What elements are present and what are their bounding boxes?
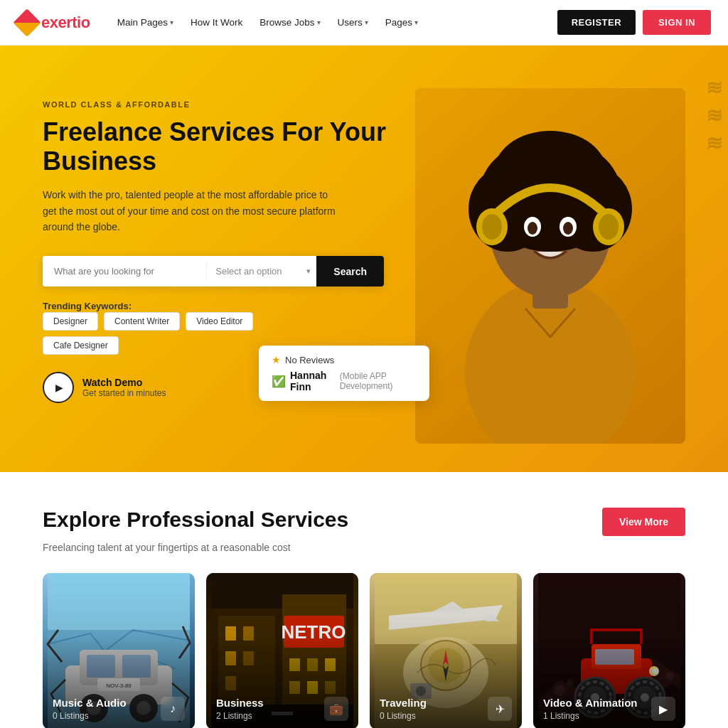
services-section: Explore Professional Services View More … (0, 472, 728, 728)
card-listings-business: 2 Listings (216, 711, 264, 721)
search-button[interactable]: Search (316, 256, 384, 287)
nav-how-it-work[interactable]: How It Work (183, 11, 250, 33)
card-title-music: Music & Audio (53, 697, 127, 709)
select-arrow-icon: ▾ (306, 267, 311, 276)
logo-text: exertio (41, 14, 90, 32)
watch-demo-text: Watch Demo Get started in minutes (82, 377, 166, 398)
card-listings-music: 0 Listings (53, 711, 127, 721)
services-subtitle: Freelancing talent at your fingertips at… (43, 542, 685, 553)
chevron-down-icon: ▾ (414, 18, 418, 26)
hero-person-container (415, 88, 685, 444)
svg-point-13 (482, 214, 502, 240)
card-icon-box-business: 💼 (324, 697, 348, 721)
card-info-video: Video & Animation 1 Listings (543, 697, 638, 721)
nav-browse-jobs[interactable]: Browse Jobs ▾ (252, 11, 327, 33)
select-wrapper: Select an option ▾ (207, 256, 316, 287)
reviewer-name: Hannah Finn (290, 370, 336, 392)
zigzag-decoration: ≋≋≋ (706, 74, 721, 158)
card-title-traveling: Traveling (380, 697, 427, 709)
logo[interactable]: exertio (17, 13, 90, 33)
hero-title: Freelance Services For Your Business (43, 117, 412, 176)
service-card-business[interactable]: NETRO Business 2 Listings (206, 573, 358, 728)
nav-users[interactable]: Users ▾ (331, 11, 375, 33)
search-input[interactable] (43, 256, 206, 287)
register-button[interactable]: REGISTER (557, 10, 636, 35)
card-icon-box-traveling: ✈ (488, 697, 512, 721)
card-listings-traveling: 0 Listings (380, 711, 427, 721)
keyword-content-writer[interactable]: Content Writer (104, 312, 180, 331)
play-button[interactable]: ▶ (43, 372, 74, 403)
briefcase-icon: 💼 (329, 702, 343, 716)
signin-button[interactable]: SIGN IN (643, 10, 711, 35)
star-icon: ★ (272, 354, 281, 365)
person-svg (415, 88, 685, 444)
nav-main-pages[interactable]: Main Pages ▾ (110, 11, 181, 33)
keyword-cafe-designer[interactable]: Cafe Designer (43, 336, 119, 355)
plane-icon: ✈ (496, 702, 505, 716)
card-icon-box-video: ▶ (651, 697, 675, 721)
chevron-down-icon: ▾ (365, 18, 368, 26)
hero-description: Work with the pro, talented people at th… (43, 187, 341, 235)
card-footer-music: Music & Audio 0 Listings ♪ (43, 688, 195, 728)
keyword-video-editor[interactable]: Video Editor (186, 312, 253, 331)
card-info-music: Music & Audio 0 Listings (53, 697, 127, 721)
reviewer-role: (Mobile APP Development) (340, 371, 417, 391)
trending-label: Trending Keywords: (43, 301, 132, 311)
music-icon: ♪ (170, 702, 176, 715)
logo-icon (13, 9, 41, 37)
chevron-down-icon: ▾ (317, 18, 321, 26)
service-card-video[interactable]: Video & Animation 1 Listings ▶ (533, 573, 685, 728)
card-footer-business: Business 2 Listings 💼 (206, 688, 358, 728)
watch-demo-subtitle: Get started in minutes (82, 388, 166, 398)
card-title-video: Video & Animation (543, 697, 638, 709)
nav-buttons: REGISTER SIGN IN (557, 10, 711, 35)
service-card-traveling[interactable]: Traveling 0 Listings ✈ (370, 573, 522, 728)
navbar: exertio Main Pages ▾ How It Work Browse … (0, 0, 728, 46)
review-card: ★ No Reviews ✅ Hannah Finn (Mobile APP D… (259, 346, 429, 401)
card-icon-box-music: ♪ (161, 697, 185, 721)
nav-pages[interactable]: Pages ▾ (378, 11, 425, 33)
search-bar: Select an option ▾ Search (43, 256, 384, 287)
review-top: ★ No Reviews (272, 354, 417, 365)
keyword-tags: Designer Content Writer Video Editor (43, 312, 412, 331)
card-title-business: Business (216, 697, 264, 709)
card-info-business: Business 2 Listings (216, 697, 264, 721)
no-reviews-text: No Reviews (285, 355, 334, 365)
nav-links: Main Pages ▾ How It Work Browse Jobs ▾ U… (110, 11, 557, 33)
hero-section: ≋≋≋ WORLD CLASS & AFFORDABLE Freelance S… (0, 46, 728, 472)
services-header: Explore Professional Services View More (43, 508, 685, 536)
video-icon: ▶ (659, 702, 668, 716)
card-footer-traveling: Traveling 0 Listings ✈ (370, 688, 522, 728)
watch-demo-title: Watch Demo (82, 377, 166, 388)
svg-point-14 (599, 214, 619, 240)
card-listings-video: 1 Listings (543, 711, 638, 721)
chevron-down-icon: ▾ (170, 18, 173, 26)
category-select[interactable]: Select an option (207, 256, 306, 287)
svg-point-9 (528, 222, 537, 235)
hero-tagline: WORLD CLASS & AFFORDABLE (43, 100, 412, 109)
reviewer: ✅ Hannah Finn (Mobile APP Development) (272, 370, 417, 392)
hero-image-area: ★ No Reviews ✅ Hannah Finn (Mobile APP D… (412, 88, 685, 415)
keyword-designer[interactable]: Designer (43, 312, 98, 331)
card-info-traveling: Traveling 0 Listings (380, 697, 427, 721)
card-footer-video: Video & Animation 1 Listings ▶ (533, 688, 685, 728)
svg-point-10 (563, 222, 573, 235)
play-icon: ▶ (55, 382, 63, 393)
service-cards: NOV-3-89 Music & Audio 0 Listings ♪ (43, 573, 685, 728)
view-more-button[interactable]: View More (602, 508, 685, 536)
services-title: Explore Professional Services (43, 508, 348, 532)
service-card-music[interactable]: NOV-3-89 Music & Audio 0 Listings ♪ (43, 573, 195, 728)
check-icon: ✅ (272, 375, 286, 388)
